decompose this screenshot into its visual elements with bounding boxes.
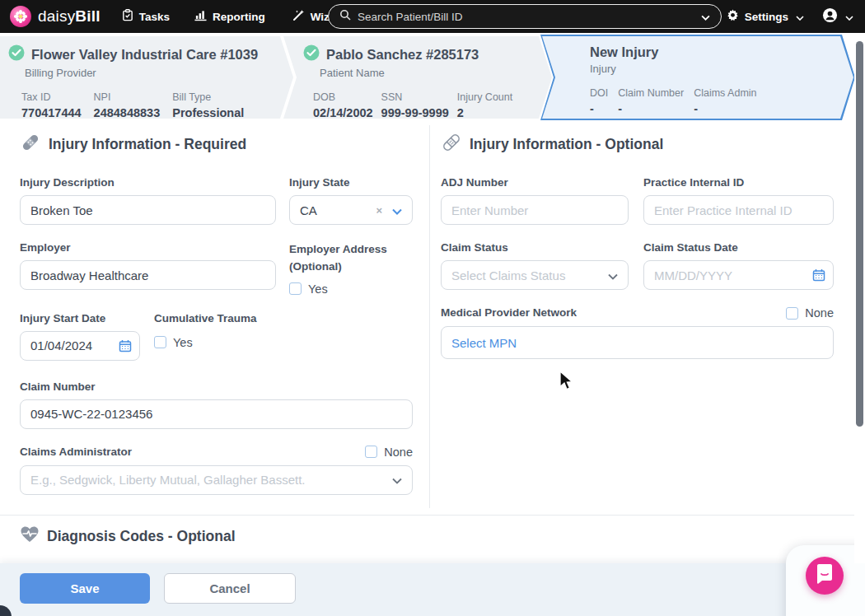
step-field: Claims Admin - — [694, 87, 756, 115]
save-button[interactable]: Save — [20, 573, 150, 604]
chat-bubble-icon — [815, 563, 835, 588]
injury-description-label: Injury Description — [20, 176, 276, 189]
claims-administrator-select[interactable]: E.g., Sedgwick, Liberty Mutual, Gallaghe… — [20, 465, 413, 495]
section-title-required: Injury Information - Required — [49, 136, 246, 153]
employer-address-yes-checkbox[interactable] — [289, 282, 302, 295]
injury-description-input[interactable] — [20, 195, 276, 225]
practice-internal-id-input[interactable] — [643, 195, 834, 225]
employer-input[interactable] — [20, 260, 276, 290]
cumulative-trauma-yes-label: Yes — [173, 336, 193, 349]
cancel-button[interactable]: Cancel — [164, 573, 296, 604]
step-title: New Injury — [590, 44, 658, 60]
step-field: Bill Type Professional — [172, 91, 244, 119]
step-field: NPI 2484848833 — [94, 91, 161, 119]
check-circle-icon — [8, 44, 25, 64]
claim-number-input[interactable] — [20, 399, 413, 429]
claim-status-date-input[interactable] — [643, 260, 834, 290]
employer-label: Employer — [20, 241, 276, 254]
step-title: Flower Valley Industrial Care #1039 — [31, 47, 258, 63]
clear-icon[interactable]: × — [376, 204, 382, 217]
chat-launcher-button[interactable] — [806, 557, 844, 595]
claims-admin-none-label: None — [384, 446, 413, 459]
claims-administrator-placeholder: E.g., Sedgwick, Liberty Mutual, Gallaghe… — [30, 473, 306, 487]
injury-start-date-label: Injury Start Date — [20, 312, 140, 324]
step-title: Pablo Sanchez #285173 — [326, 47, 479, 63]
step-subtitle: Patient Name — [320, 67, 552, 79]
chevron-down-icon[interactable] — [392, 203, 402, 217]
injury-state-select[interactable]: CA × — [289, 195, 413, 225]
claims-admin-none-checkbox[interactable] — [365, 446, 377, 458]
chevron-down-icon[interactable] — [701, 9, 710, 24]
cumulative-trauma-yes-checkbox[interactable] — [154, 336, 166, 348]
claims-admin-none-checkline[interactable]: None — [365, 446, 413, 459]
adj-number-input[interactable] — [441, 195, 629, 225]
chevron-down-icon — [845, 11, 853, 23]
employer-address-label: Employer Address (Optional) — [289, 241, 413, 276]
nav-settings-label: Settings — [745, 11, 788, 23]
claim-status-placeholder: Select Claims Status — [451, 268, 565, 282]
injury-state-value: CA — [300, 203, 317, 217]
clipboard-check-icon — [122, 9, 133, 24]
step-field: Claim Number - — [618, 87, 684, 115]
step-field: Injury Count 2 — [457, 91, 512, 119]
calendar-icon[interactable] — [119, 339, 132, 356]
step-field: DOB 02/14/2002 — [313, 91, 373, 119]
top-navbar: daisyBill Tasks Reporting — [0, 0, 865, 33]
daisy-flower-icon — [10, 6, 31, 27]
calendar-icon[interactable] — [812, 268, 825, 285]
employer-address-yes-checkline[interactable]: Yes — [289, 282, 413, 296]
chevron-down-icon[interactable] — [608, 268, 618, 282]
practice-internal-id-label: Practice Internal ID — [643, 176, 834, 189]
mpn-none-checkline[interactable]: None — [786, 306, 834, 320]
injury-state-label: Injury State — [289, 176, 413, 189]
bandage-icon — [20, 132, 41, 156]
user-circle-icon — [822, 7, 838, 26]
injury-form: Injury Information - Required Injury Des… — [0, 122, 854, 563]
nav-reporting[interactable]: Reporting — [194, 10, 265, 24]
step-subtitle: Injury — [590, 63, 853, 75]
step-field: Tax ID 770417444 — [21, 91, 82, 119]
breadcrumb-step-patient[interactable]: Pablo Sanchez #285173 Patient Name DOB 0… — [283, 36, 552, 119]
gear-icon — [727, 9, 739, 24]
section-divider — [0, 515, 854, 516]
nav-settings[interactable]: Settings — [727, 9, 804, 24]
nav-tasks[interactable]: Tasks — [122, 9, 170, 24]
mpn-label: Medical Provider Network — [441, 306, 577, 319]
section-title-diagnosis: Diagnosis Codes - Optional — [47, 528, 236, 545]
brand-wordmark: daisyBill — [38, 7, 101, 26]
breadcrumb-step-billing-provider[interactable]: Flower Valley Industrial Care #1039 Bill… — [0, 36, 293, 119]
mpn-none-checkbox[interactable] — [786, 307, 798, 320]
cumulative-trauma-yes-checkline[interactable]: Yes — [154, 336, 413, 349]
step-subtitle: Billing Provider — [25, 67, 293, 79]
claims-administrator-label: Claims Administrator — [20, 446, 132, 458]
check-circle-icon — [303, 44, 320, 64]
claim-status-date-label: Claim Status Date — [643, 241, 834, 254]
mpn-select[interactable]: Select MPN — [441, 326, 834, 359]
magic-wand-icon — [292, 9, 305, 25]
employer-address-yes-label: Yes — [308, 282, 328, 296]
mpn-none-label: None — [805, 306, 834, 320]
chevron-down-icon[interactable] — [392, 473, 402, 487]
nav-reporting-label: Reporting — [213, 11, 265, 23]
adj-number-label: ADJ Number — [441, 176, 629, 189]
wizard-breadcrumb: Flower Valley Industrial Care #1039 Bill… — [0, 33, 865, 122]
heart-pulse-icon — [20, 525, 40, 547]
step-field: DOI - — [590, 87, 608, 115]
breadcrumb-step-injury-active[interactable]: New Injury Injury DOI - Claim Number - C… — [542, 36, 853, 119]
section-title-optional: Injury Information - Optional — [470, 136, 663, 153]
scrollbar-track[interactable] — [854, 33, 865, 563]
cumulative-trauma-label: Cumulative Trauma — [154, 312, 413, 324]
form-action-bar: Save Cancel — [0, 563, 865, 616]
claim-number-label: Claim Number — [20, 380, 413, 393]
search-input[interactable]: Search Patient/Bill ID — [328, 4, 722, 29]
mpn-placeholder: Select MPN — [451, 336, 517, 350]
nav-account[interactable] — [822, 7, 853, 26]
brand-logo[interactable]: daisyBill — [10, 6, 101, 27]
chevron-down-icon — [796, 11, 804, 23]
scrollbar-thumb[interactable] — [856, 41, 863, 427]
nav-tasks-label: Tasks — [139, 11, 170, 23]
claim-status-select[interactable]: Select Claims Status — [441, 260, 629, 290]
claim-status-label: Claim Status — [441, 241, 629, 254]
search-placeholder: Search Patient/Bill ID — [358, 11, 463, 23]
column-divider — [429, 125, 430, 508]
